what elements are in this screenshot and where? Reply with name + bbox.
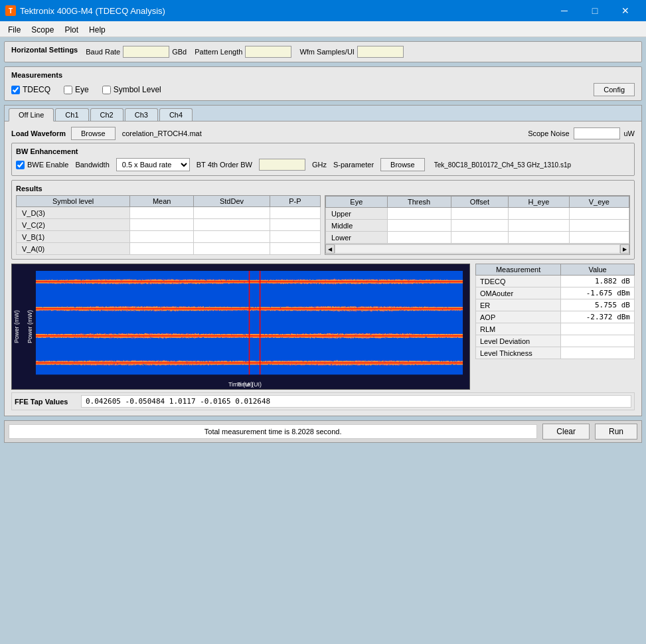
- vc2-pp-cell: [270, 219, 320, 231]
- ffe-tap-row: FFE Tap Values 0.042605 -0.050484 1.0117…: [11, 392, 635, 410]
- thresh-col-header: Thresh: [387, 197, 451, 208]
- table-row: Middle: [326, 220, 629, 232]
- results-title: Results: [16, 185, 630, 193]
- list-item: AOP -2.372 dBm: [476, 311, 635, 323]
- va0-pp-cell: [270, 243, 320, 255]
- tab-ch2[interactable]: Ch2: [90, 108, 123, 121]
- load-waveform-browse-button[interactable]: Browse: [71, 127, 116, 140]
- sparameter-browse-button[interactable]: Browse: [380, 158, 425, 171]
- er-meas-name: ER: [476, 299, 561, 311]
- measurements-row: TDECQ Eye Symbol Level Config: [11, 83, 635, 96]
- bt4th-value-input[interactable]: 26.5625: [259, 159, 305, 171]
- menu-help[interactable]: Help: [84, 23, 111, 35]
- pp-col-header: P-P: [270, 196, 320, 207]
- tab-ch4[interactable]: Ch4: [159, 108, 193, 121]
- wfm-samples-input[interactable]: 10: [357, 46, 404, 58]
- offset-col-header: Offset: [451, 197, 509, 208]
- measurements-values-panel: Measurement Value TDECQ 1.882 dB OMAoute…: [475, 264, 635, 390]
- wfm-samples-group: Wfm Samples/UI 10: [299, 46, 404, 58]
- rlm-meas-name: RLM: [476, 323, 561, 335]
- window-title: Tektronix 400G-M4 (TDECQ Analysis): [20, 6, 165, 16]
- upper-eye-cell: Upper: [326, 208, 388, 220]
- bandwidth-select[interactable]: 0.5 x Baud rate 0.75 x Baud rate 1.0 x B…: [116, 158, 190, 171]
- menu-bar: File Scope Plot Help: [0, 21, 646, 37]
- eye-table-container: Eye Thresh Offset H_eye V_eye Upper: [325, 195, 630, 255]
- bw-enhancement-title: BW Enhancement: [16, 147, 630, 155]
- middle-offset-cell: [451, 220, 509, 232]
- vc2-mean-cell: [130, 219, 194, 231]
- scroll-right-arrow[interactable]: ▶: [620, 244, 629, 254]
- bw-enhancement-section: BW Enhancement BWE Enable Bandwidth 0.5 …: [11, 143, 635, 176]
- table-row: V_A(0): [17, 243, 321, 255]
- pattern-length-label: Pattern Length: [195, 48, 242, 56]
- scope-noise-label: Scope Noise: [528, 129, 569, 137]
- scope-noise-input[interactable]: 3.557: [574, 127, 620, 139]
- tdecq-checkbox-group: TDECQ: [11, 85, 50, 94]
- lower-heye-cell: [509, 232, 569, 244]
- horizontal-settings-title: Horizontal Settings: [11, 46, 78, 54]
- omaouter-meas-value: -1.675 dBm: [561, 287, 635, 299]
- symbol-table: Symbol level Mean StdDev P-P V_D(3): [16, 195, 321, 255]
- tab-offline[interactable]: Off Line: [9, 108, 54, 121]
- baud-rate-unit: GBd: [172, 48, 187, 56]
- scope-noise-unit: uW: [624, 129, 635, 137]
- x-axis-label: Time (UI): [228, 381, 253, 388]
- vb1-stddev-cell: [194, 231, 270, 243]
- bwe-enable-label: BWE Enable: [27, 161, 68, 169]
- eye-table: Eye Thresh Offset H_eye V_eye Upper: [325, 196, 629, 244]
- bandwidth-label: Bandwidth: [75, 161, 109, 169]
- vd3-stddev-cell: [194, 207, 270, 219]
- baud-rate-input[interactable]: 53.125: [123, 46, 169, 58]
- upper-offset-cell: [451, 208, 509, 220]
- pattern-length-input[interactable]: 32767: [245, 46, 291, 58]
- status-bar: Total measurement time is 8.2028 second.…: [4, 420, 642, 443]
- leveldev-meas-name: Level Deviation: [476, 335, 561, 347]
- measurements-values-table: Measurement Value TDECQ 1.882 dB OMAoute…: [475, 264, 635, 359]
- menu-scope[interactable]: Scope: [26, 23, 59, 35]
- tdecq-checkbox[interactable]: [11, 86, 20, 94]
- table-row: V_B(1): [17, 231, 321, 243]
- upper-heye-cell: [509, 208, 569, 220]
- vb1-cell: V_B(1): [17, 231, 130, 243]
- clear-button[interactable]: Clear: [542, 424, 590, 440]
- upper-thresh-cell: [387, 208, 451, 220]
- va0-stddev-cell: [194, 243, 270, 255]
- close-button[interactable]: ✕: [610, 0, 641, 21]
- middle-thresh-cell: [387, 220, 451, 232]
- minimize-button[interactable]: ─: [549, 0, 580, 21]
- bwe-enable-checkbox[interactable]: [16, 161, 25, 169]
- er-meas-value: 5.755 dB: [561, 299, 635, 311]
- config-button[interactable]: Config: [594, 83, 635, 96]
- veye-col-header: V_eye: [569, 197, 629, 208]
- scroll-left-arrow[interactable]: ◀: [325, 244, 335, 254]
- list-item: RLM: [476, 323, 635, 335]
- meas-header-value: Value: [561, 264, 635, 276]
- eye-diagram-canvas: [12, 264, 469, 389]
- main-content: Horizontal Settings Baud Rate 53.125 GBd…: [0, 37, 646, 644]
- symbol-level-checkbox[interactable]: [102, 86, 111, 94]
- tdecq-label: TDECQ: [23, 85, 50, 94]
- menu-plot[interactable]: Plot: [59, 23, 84, 35]
- eye-checkbox[interactable]: [64, 86, 72, 94]
- table-row: V_D(3): [17, 207, 321, 219]
- tab-ch3[interactable]: Ch3: [125, 108, 158, 121]
- heye-col-header: H_eye: [509, 197, 569, 208]
- menu-file[interactable]: File: [3, 23, 26, 35]
- eye-table-scrollbar[interactable]: ◀ ▶: [325, 244, 629, 254]
- tabs-header: Off Line Ch1 Ch2 Ch3 Ch4: [5, 106, 641, 121]
- vb1-mean-cell: [130, 231, 194, 243]
- tdecq-meas-value: 1.882 dB: [561, 276, 635, 287]
- load-waveform-label: Load Waveform: [11, 129, 71, 137]
- tab-ch1[interactable]: Ch1: [55, 108, 88, 121]
- run-button[interactable]: Run: [595, 424, 637, 440]
- bt4th-label: BT 4th Order BW: [197, 161, 252, 169]
- vd3-mean-cell: [130, 207, 194, 219]
- maximize-button[interactable]: □: [580, 0, 610, 21]
- vb1-pp-cell: [270, 231, 320, 243]
- stddev-col-header: StdDev: [194, 196, 270, 207]
- rlm-meas-value: [561, 323, 635, 335]
- ffe-tap-values: 0.042605 -0.050484 1.0117 -0.0165 0.0126…: [81, 395, 631, 408]
- scroll-bar[interactable]: [335, 244, 620, 254]
- va0-cell: V_A(0): [17, 243, 130, 255]
- sparameter-label: S-parameter: [333, 161, 374, 169]
